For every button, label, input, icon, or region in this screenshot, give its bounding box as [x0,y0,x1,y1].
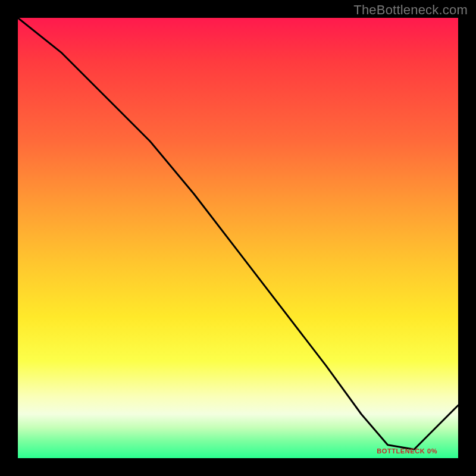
chart-gradient-bg [18,18,458,458]
chart-frame: BOTTLENECK 0% [18,18,458,458]
valley-label: BOTTLENECK 0% [377,447,437,455]
chart-stage: TheBottleneck.com BOTTLENECK 0% [0,0,476,476]
watermark-text: TheBottleneck.com [353,2,468,18]
